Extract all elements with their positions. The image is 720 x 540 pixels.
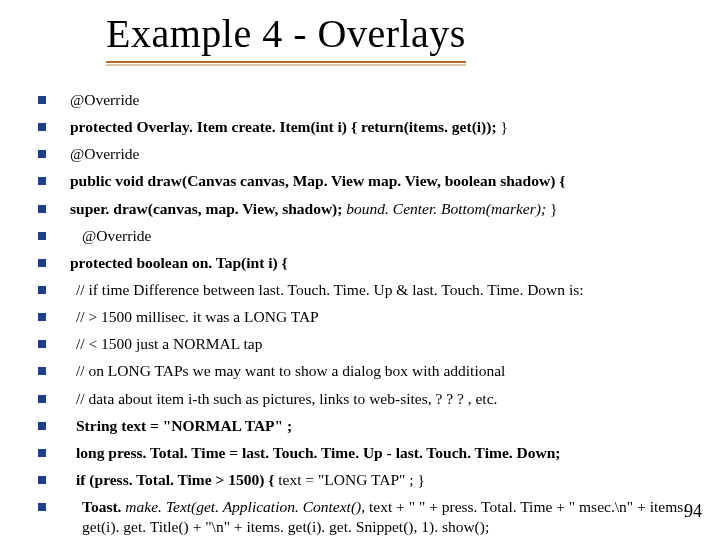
code-segment: // < 1500 just a NORMAL tap bbox=[76, 335, 262, 352]
code-segment: @Override bbox=[70, 91, 139, 108]
code-line: public void draw(Canvas canvas, Map. Vie… bbox=[70, 171, 690, 191]
bullet-row: if (press. Total. Time > 1500) { text = … bbox=[38, 470, 690, 490]
code-line: super. draw(canvas, map. View, shadow); … bbox=[70, 199, 690, 219]
square-bullet-icon bbox=[38, 395, 46, 403]
bullet-row: protected Overlay. Item create. Item(int… bbox=[38, 117, 690, 137]
code-segment: protected Overlay. Item create. Item(int… bbox=[70, 118, 500, 135]
square-bullet-icon bbox=[38, 313, 46, 321]
bullet-row: // if time Difference between last. Touc… bbox=[38, 280, 690, 300]
code-segment: @Override bbox=[82, 227, 151, 244]
code-line: long press. Total. Time = last. Touch. T… bbox=[70, 443, 690, 463]
square-bullet-icon bbox=[38, 340, 46, 348]
bullet-row: @Override bbox=[38, 144, 690, 164]
code-segment: long press. Total. Time = last. Touch. T… bbox=[76, 444, 560, 461]
code-segment: text = "LONG TAP" ; } bbox=[278, 471, 425, 488]
square-bullet-icon bbox=[38, 367, 46, 375]
bullet-row: long press. Total. Time = last. Touch. T… bbox=[38, 443, 690, 463]
code-line: // < 1500 just a NORMAL tap bbox=[70, 334, 690, 354]
title-text: Example 4 - Overlays bbox=[106, 11, 466, 56]
code-segment: // if time Difference between last. Touc… bbox=[76, 281, 584, 298]
square-bullet-icon bbox=[38, 96, 46, 104]
slide: Example 4 - Overlays @Overrideprotected … bbox=[0, 0, 720, 540]
code-segment: Toast. bbox=[82, 498, 125, 515]
code-line: Toast. make. Text(get. Application. Cont… bbox=[70, 497, 690, 537]
code-line: // > 1500 millisec. it was a LONG TAP bbox=[70, 307, 690, 327]
square-bullet-icon bbox=[38, 150, 46, 158]
title-underline-shadow bbox=[106, 64, 466, 66]
code-segment: protected boolean on. Tap(int i) { bbox=[70, 254, 288, 271]
code-line: // on LONG TAPs we may want to show a di… bbox=[70, 361, 690, 381]
bullet-row: // data about item i-th such as pictures… bbox=[38, 389, 690, 409]
bullet-row: String text = "NORMAL TAP" ; bbox=[38, 416, 690, 436]
code-segment: super. draw(canvas, map. View, shadow); bbox=[70, 200, 346, 217]
code-line: protected boolean on. Tap(int i) { bbox=[70, 253, 690, 273]
bullet-row: protected boolean on. Tap(int i) { bbox=[38, 253, 690, 273]
square-bullet-icon bbox=[38, 205, 46, 213]
square-bullet-icon bbox=[38, 503, 46, 511]
code-line: @Override bbox=[70, 226, 690, 246]
square-bullet-icon bbox=[38, 232, 46, 240]
code-segment: String text = "NORMAL TAP" ; bbox=[76, 417, 292, 434]
square-bullet-icon bbox=[38, 259, 46, 267]
bullet-row: Toast. make. Text(get. Application. Cont… bbox=[38, 497, 690, 537]
code-segment: // on LONG TAPs we may want to show a di… bbox=[76, 362, 505, 379]
code-segment: } bbox=[500, 118, 507, 135]
bullet-row: // > 1500 millisec. it was a LONG TAP bbox=[38, 307, 690, 327]
slide-title: Example 4 - Overlays bbox=[106, 10, 466, 63]
code-segment: make. Text(get. Application. Context(), bbox=[125, 498, 369, 515]
code-line: // data about item i-th such as pictures… bbox=[70, 389, 690, 409]
slide-content: @Overrideprotected Overlay. Item create.… bbox=[38, 90, 690, 540]
code-segment: public void draw(Canvas canvas, Map. Vie… bbox=[70, 172, 565, 189]
code-segment: bound. Center. Bottom(marker); bbox=[346, 200, 550, 217]
bullet-row: super. draw(canvas, map. View, shadow); … bbox=[38, 199, 690, 219]
bullet-row: // on LONG TAPs we may want to show a di… bbox=[38, 361, 690, 381]
code-segment: // > 1500 millisec. it was a LONG TAP bbox=[76, 308, 319, 325]
square-bullet-icon bbox=[38, 123, 46, 131]
code-segment: if (press. Total. Time > 1500) { bbox=[76, 471, 278, 488]
square-bullet-icon bbox=[38, 476, 46, 484]
code-line: String text = "NORMAL TAP" ; bbox=[70, 416, 690, 436]
square-bullet-icon bbox=[38, 422, 46, 430]
bullet-row: @Override bbox=[38, 226, 690, 246]
bullet-row: // < 1500 just a NORMAL tap bbox=[38, 334, 690, 354]
square-bullet-icon bbox=[38, 177, 46, 185]
code-line: protected Overlay. Item create. Item(int… bbox=[70, 117, 690, 137]
code-segment: } bbox=[550, 200, 557, 217]
bullet-row: public void draw(Canvas canvas, Map. Vie… bbox=[38, 171, 690, 191]
code-segment: // data about item i-th such as pictures… bbox=[76, 390, 497, 407]
page-number: 94 bbox=[684, 501, 702, 522]
square-bullet-icon bbox=[38, 286, 46, 294]
code-line: @Override bbox=[70, 144, 690, 164]
bullet-row: @Override bbox=[38, 90, 690, 110]
code-line: // if time Difference between last. Touc… bbox=[70, 280, 690, 300]
square-bullet-icon bbox=[38, 449, 46, 457]
code-line: if (press. Total. Time > 1500) { text = … bbox=[70, 470, 690, 490]
code-segment: @Override bbox=[70, 145, 139, 162]
code-line: @Override bbox=[70, 90, 690, 110]
